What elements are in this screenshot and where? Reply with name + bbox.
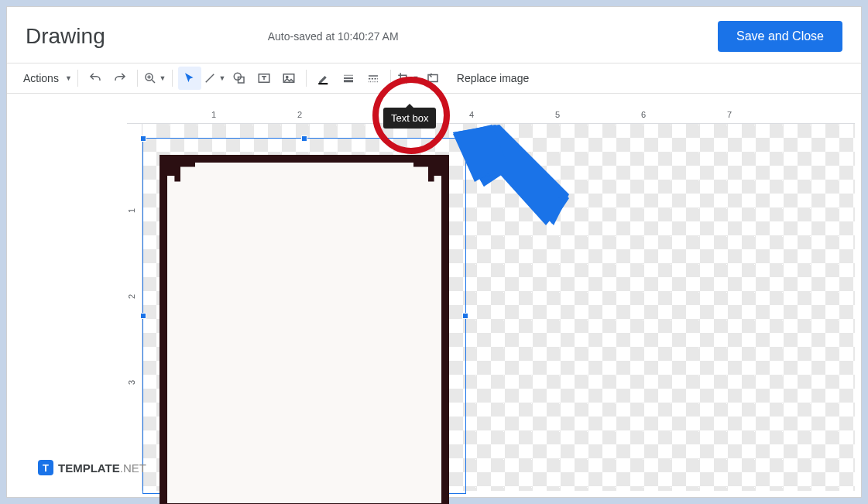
dialog-title: Drawing <box>26 24 105 49</box>
annotation-arrow-icon <box>453 125 577 244</box>
ruler-tick: 2 <box>297 110 302 119</box>
actions-label: Actions <box>15 72 63 84</box>
replace-image-button[interactable]: Replace image <box>446 67 535 90</box>
separator <box>77 70 78 87</box>
watermark-suffix: .NET <box>120 461 146 475</box>
chevron-down-icon: ▼ <box>412 74 419 82</box>
chevron-down-icon: ▼ <box>159 74 166 82</box>
ruler-tick: 2 <box>127 294 136 299</box>
image-tool[interactable] <box>277 67 300 90</box>
reset-image-button[interactable] <box>421 67 444 90</box>
watermark-logo: T <box>38 460 53 475</box>
resize-handle[interactable] <box>301 135 307 142</box>
actions-menu[interactable]: Actions ▼ <box>15 67 72 90</box>
tooltip: Text box <box>383 108 436 129</box>
ruler-horizontal: 1 2 3 4 5 6 7 <box>127 108 855 124</box>
undo-button[interactable] <box>84 67 107 90</box>
resize-handle[interactable] <box>140 313 146 319</box>
border-weight-button[interactable] <box>337 67 360 90</box>
crop-button[interactable]: ▼ <box>396 67 420 90</box>
textbox-tool[interactable] <box>252 67 276 90</box>
ruler-tick: 7 <box>727 110 732 119</box>
chevron-down-icon: ▼ <box>218 74 225 82</box>
ruler-tick: 6 <box>641 110 646 119</box>
svg-point-11 <box>286 76 287 77</box>
ruler-tick: 4 <box>469 110 474 119</box>
chevron-down-icon: ▼ <box>65 74 72 82</box>
shape-tool[interactable] <box>228 67 251 90</box>
zoom-button[interactable]: ▼ <box>143 67 166 90</box>
ruler-tick: 5 <box>555 110 560 119</box>
border-color-button[interactable] <box>312 67 335 90</box>
separator <box>306 70 307 87</box>
border-dash-button[interactable] <box>362 67 385 90</box>
header: Drawing Auto-saved at 10:40:27 AM Save a… <box>7 7 861 63</box>
inserted-image[interactable] <box>160 155 449 504</box>
frame-corner-ornament <box>413 161 443 190</box>
save-and-close-button[interactable]: Save and Close <box>718 21 842 52</box>
ruler-tick: 1 <box>127 208 136 213</box>
app-window: Drawing Auto-saved at 10:40:27 AM Save a… <box>6 6 862 498</box>
replace-image-label: Replace image <box>457 72 529 84</box>
resize-handle[interactable] <box>140 135 146 142</box>
svg-rect-12 <box>318 83 328 84</box>
separator <box>137 70 138 87</box>
ruler-tick: 3 <box>127 380 136 385</box>
separator <box>390 70 391 87</box>
redo-button[interactable] <box>108 67 132 90</box>
watermark: T TEMPLATE.NET <box>38 460 146 475</box>
ruler-tick: 1 <box>211 110 216 119</box>
svg-line-4 <box>206 74 214 83</box>
select-tool[interactable] <box>178 67 201 90</box>
separator <box>172 70 173 87</box>
ruler-vertical: 1 2 3 <box>127 124 142 491</box>
autosave-status: Auto-saved at 10:40:27 AM <box>136 30 718 43</box>
toolbar: Actions ▼ ▼ ▼ ▼ Replace image <box>7 63 861 94</box>
svg-line-1 <box>153 80 156 83</box>
resize-handle[interactable] <box>462 313 468 319</box>
watermark-text: TEMPLATE <box>58 461 120 475</box>
line-tool[interactable]: ▼ <box>203 67 226 90</box>
frame-corner-ornament <box>166 161 195 190</box>
